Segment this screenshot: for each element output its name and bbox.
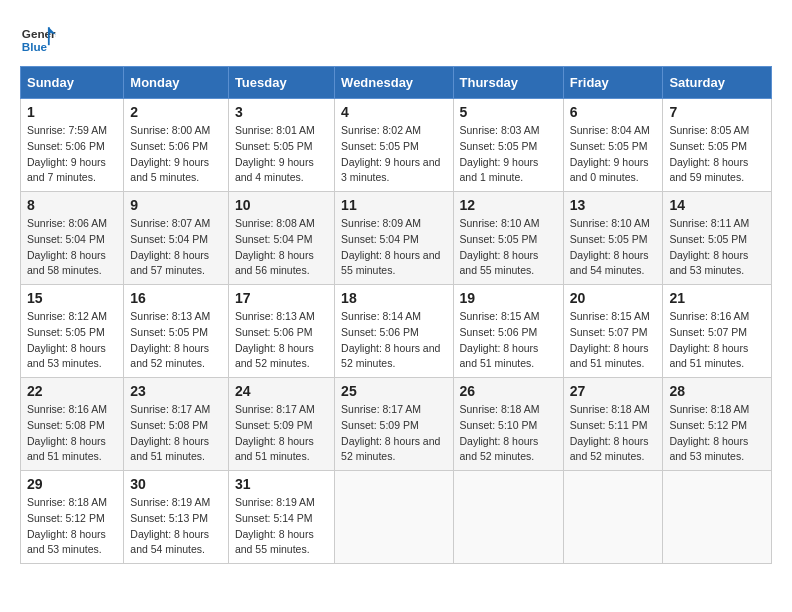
day-cell: 6 Sunrise: 8:04 AM Sunset: 5:05 PM Dayli… bbox=[563, 99, 663, 192]
day-cell: 19 Sunrise: 8:15 AM Sunset: 5:06 PM Dayl… bbox=[453, 285, 563, 378]
day-cell: 21 Sunrise: 8:16 AM Sunset: 5:07 PM Dayl… bbox=[663, 285, 772, 378]
day-number: 18 bbox=[341, 290, 446, 306]
day-cell: 30 Sunrise: 8:19 AM Sunset: 5:13 PM Dayl… bbox=[124, 471, 229, 564]
day-detail: Sunrise: 8:03 AM Sunset: 5:05 PM Dayligh… bbox=[460, 123, 557, 186]
day-cell: 12 Sunrise: 8:10 AM Sunset: 5:05 PM Dayl… bbox=[453, 192, 563, 285]
day-detail: Sunrise: 8:06 AM Sunset: 5:04 PM Dayligh… bbox=[27, 216, 117, 279]
header: General Blue bbox=[20, 20, 772, 56]
col-monday: Monday bbox=[124, 67, 229, 99]
day-cell: 18 Sunrise: 8:14 AM Sunset: 5:06 PM Dayl… bbox=[335, 285, 453, 378]
day-detail: Sunrise: 8:10 AM Sunset: 5:05 PM Dayligh… bbox=[460, 216, 557, 279]
day-detail: Sunrise: 8:18 AM Sunset: 5:11 PM Dayligh… bbox=[570, 402, 657, 465]
day-number: 14 bbox=[669, 197, 765, 213]
day-cell bbox=[563, 471, 663, 564]
day-number: 2 bbox=[130, 104, 222, 120]
day-cell: 9 Sunrise: 8:07 AM Sunset: 5:04 PM Dayli… bbox=[124, 192, 229, 285]
day-number: 9 bbox=[130, 197, 222, 213]
day-cell bbox=[453, 471, 563, 564]
day-number: 4 bbox=[341, 104, 446, 120]
col-friday: Friday bbox=[563, 67, 663, 99]
day-detail: Sunrise: 8:17 AM Sunset: 5:08 PM Dayligh… bbox=[130, 402, 222, 465]
day-detail: Sunrise: 8:17 AM Sunset: 5:09 PM Dayligh… bbox=[341, 402, 446, 465]
svg-text:Blue: Blue bbox=[22, 40, 48, 53]
day-detail: Sunrise: 8:05 AM Sunset: 5:05 PM Dayligh… bbox=[669, 123, 765, 186]
day-cell: 11 Sunrise: 8:09 AM Sunset: 5:04 PM Dayl… bbox=[335, 192, 453, 285]
day-number: 3 bbox=[235, 104, 328, 120]
day-number: 16 bbox=[130, 290, 222, 306]
day-cell: 8 Sunrise: 8:06 AM Sunset: 5:04 PM Dayli… bbox=[21, 192, 124, 285]
week-row-2: 8 Sunrise: 8:06 AM Sunset: 5:04 PM Dayli… bbox=[21, 192, 772, 285]
day-cell: 15 Sunrise: 8:12 AM Sunset: 5:05 PM Dayl… bbox=[21, 285, 124, 378]
week-row-4: 22 Sunrise: 8:16 AM Sunset: 5:08 PM Dayl… bbox=[21, 378, 772, 471]
day-number: 1 bbox=[27, 104, 117, 120]
day-cell: 4 Sunrise: 8:02 AM Sunset: 5:05 PM Dayli… bbox=[335, 99, 453, 192]
day-number: 27 bbox=[570, 383, 657, 399]
day-cell: 14 Sunrise: 8:11 AM Sunset: 5:05 PM Dayl… bbox=[663, 192, 772, 285]
day-detail: Sunrise: 8:16 AM Sunset: 5:07 PM Dayligh… bbox=[669, 309, 765, 372]
day-detail: Sunrise: 8:01 AM Sunset: 5:05 PM Dayligh… bbox=[235, 123, 328, 186]
day-detail: Sunrise: 8:11 AM Sunset: 5:05 PM Dayligh… bbox=[669, 216, 765, 279]
day-detail: Sunrise: 8:07 AM Sunset: 5:04 PM Dayligh… bbox=[130, 216, 222, 279]
col-thursday: Thursday bbox=[453, 67, 563, 99]
day-detail: Sunrise: 8:14 AM Sunset: 5:06 PM Dayligh… bbox=[341, 309, 446, 372]
day-detail: Sunrise: 8:15 AM Sunset: 5:07 PM Dayligh… bbox=[570, 309, 657, 372]
day-cell: 23 Sunrise: 8:17 AM Sunset: 5:08 PM Dayl… bbox=[124, 378, 229, 471]
day-number: 19 bbox=[460, 290, 557, 306]
day-number: 26 bbox=[460, 383, 557, 399]
day-detail: Sunrise: 8:15 AM Sunset: 5:06 PM Dayligh… bbox=[460, 309, 557, 372]
col-tuesday: Tuesday bbox=[228, 67, 334, 99]
day-detail: Sunrise: 8:09 AM Sunset: 5:04 PM Dayligh… bbox=[341, 216, 446, 279]
day-number: 21 bbox=[669, 290, 765, 306]
day-detail: Sunrise: 8:13 AM Sunset: 5:06 PM Dayligh… bbox=[235, 309, 328, 372]
day-detail: Sunrise: 8:08 AM Sunset: 5:04 PM Dayligh… bbox=[235, 216, 328, 279]
day-number: 13 bbox=[570, 197, 657, 213]
day-cell: 13 Sunrise: 8:10 AM Sunset: 5:05 PM Dayl… bbox=[563, 192, 663, 285]
logo: General Blue bbox=[20, 20, 60, 56]
day-cell: 10 Sunrise: 8:08 AM Sunset: 5:04 PM Dayl… bbox=[228, 192, 334, 285]
day-cell: 17 Sunrise: 8:13 AM Sunset: 5:06 PM Dayl… bbox=[228, 285, 334, 378]
day-detail: Sunrise: 8:10 AM Sunset: 5:05 PM Dayligh… bbox=[570, 216, 657, 279]
day-detail: Sunrise: 8:12 AM Sunset: 5:05 PM Dayligh… bbox=[27, 309, 117, 372]
day-cell: 31 Sunrise: 8:19 AM Sunset: 5:14 PM Dayl… bbox=[228, 471, 334, 564]
day-detail: Sunrise: 8:02 AM Sunset: 5:05 PM Dayligh… bbox=[341, 123, 446, 186]
day-number: 23 bbox=[130, 383, 222, 399]
day-detail: Sunrise: 8:17 AM Sunset: 5:09 PM Dayligh… bbox=[235, 402, 328, 465]
day-cell: 28 Sunrise: 8:18 AM Sunset: 5:12 PM Dayl… bbox=[663, 378, 772, 471]
day-cell: 2 Sunrise: 8:00 AM Sunset: 5:06 PM Dayli… bbox=[124, 99, 229, 192]
day-number: 22 bbox=[27, 383, 117, 399]
day-cell: 25 Sunrise: 8:17 AM Sunset: 5:09 PM Dayl… bbox=[335, 378, 453, 471]
col-saturday: Saturday bbox=[663, 67, 772, 99]
day-detail: Sunrise: 8:16 AM Sunset: 5:08 PM Dayligh… bbox=[27, 402, 117, 465]
day-detail: Sunrise: 8:13 AM Sunset: 5:05 PM Dayligh… bbox=[130, 309, 222, 372]
calendar-table: SundayMondayTuesdayWednesdayThursdayFrid… bbox=[20, 66, 772, 564]
day-number: 30 bbox=[130, 476, 222, 492]
day-cell: 22 Sunrise: 8:16 AM Sunset: 5:08 PM Dayl… bbox=[21, 378, 124, 471]
day-number: 5 bbox=[460, 104, 557, 120]
header-row: SundayMondayTuesdayWednesdayThursdayFrid… bbox=[21, 67, 772, 99]
day-number: 8 bbox=[27, 197, 117, 213]
col-sunday: Sunday bbox=[21, 67, 124, 99]
day-number: 11 bbox=[341, 197, 446, 213]
day-number: 7 bbox=[669, 104, 765, 120]
day-cell: 26 Sunrise: 8:18 AM Sunset: 5:10 PM Dayl… bbox=[453, 378, 563, 471]
day-detail: Sunrise: 8:18 AM Sunset: 5:10 PM Dayligh… bbox=[460, 402, 557, 465]
day-cell: 24 Sunrise: 8:17 AM Sunset: 5:09 PM Dayl… bbox=[228, 378, 334, 471]
svg-text:General: General bbox=[22, 27, 56, 40]
day-number: 15 bbox=[27, 290, 117, 306]
day-number: 17 bbox=[235, 290, 328, 306]
day-cell: 20 Sunrise: 8:15 AM Sunset: 5:07 PM Dayl… bbox=[563, 285, 663, 378]
day-number: 10 bbox=[235, 197, 328, 213]
day-detail: Sunrise: 8:04 AM Sunset: 5:05 PM Dayligh… bbox=[570, 123, 657, 186]
day-detail: Sunrise: 8:19 AM Sunset: 5:13 PM Dayligh… bbox=[130, 495, 222, 558]
day-detail: Sunrise: 8:18 AM Sunset: 5:12 PM Dayligh… bbox=[27, 495, 117, 558]
day-cell: 27 Sunrise: 8:18 AM Sunset: 5:11 PM Dayl… bbox=[563, 378, 663, 471]
day-cell bbox=[663, 471, 772, 564]
col-wednesday: Wednesday bbox=[335, 67, 453, 99]
day-number: 24 bbox=[235, 383, 328, 399]
day-cell: 7 Sunrise: 8:05 AM Sunset: 5:05 PM Dayli… bbox=[663, 99, 772, 192]
day-cell: 3 Sunrise: 8:01 AM Sunset: 5:05 PM Dayli… bbox=[228, 99, 334, 192]
day-number: 20 bbox=[570, 290, 657, 306]
day-detail: Sunrise: 8:18 AM Sunset: 5:12 PM Dayligh… bbox=[669, 402, 765, 465]
day-cell: 16 Sunrise: 8:13 AM Sunset: 5:05 PM Dayl… bbox=[124, 285, 229, 378]
day-detail: Sunrise: 8:00 AM Sunset: 5:06 PM Dayligh… bbox=[130, 123, 222, 186]
